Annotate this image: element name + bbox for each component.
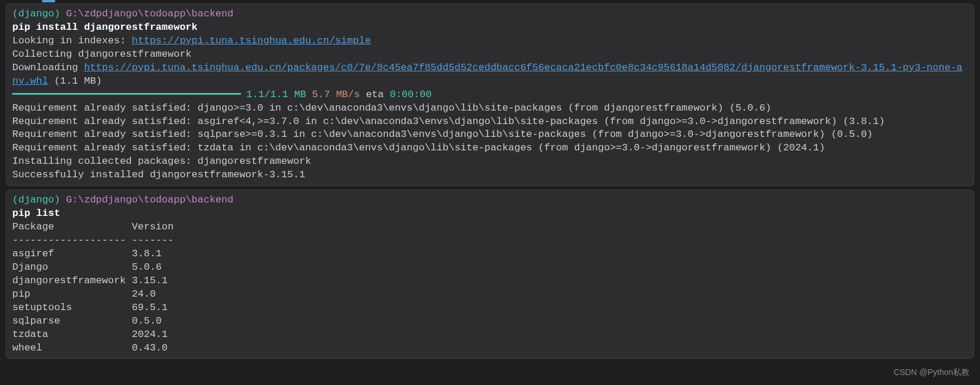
tab-active-indicator bbox=[42, 0, 55, 2]
prompt-path: G:\zdpdjango\todoapp\backend bbox=[66, 194, 234, 205]
output-looking-indexes: Looking in indexes: https://pypi.tuna.ts… bbox=[12, 35, 968, 48]
output-installing: Installing collected packages: djangores… bbox=[12, 155, 968, 169]
terminal-block-install[interactable]: (django) G:\zdpdjango\todoapp\backend pi… bbox=[6, 4, 974, 186]
output-requirement: Requirement already satisfied: django>=3… bbox=[12, 102, 968, 115]
output-downloading: Downloading https://pypi.tuna.tsinghua.e… bbox=[12, 61, 968, 88]
table-row: Django 5.0.6 bbox=[12, 262, 162, 273]
command-line: pip list bbox=[12, 207, 968, 221]
prompt-line: (django) G:\zdpdjango\todoapp\backend bbox=[12, 194, 968, 207]
index-url-link[interactable]: https://pypi.tuna.tsinghua.edu.cn/simple bbox=[132, 35, 371, 46]
table-row: wheel 0.43.0 bbox=[12, 342, 168, 353]
output-success: Successfully installed djangorestframewo… bbox=[12, 169, 968, 182]
command-line: pip install djangorestframework bbox=[12, 21, 968, 35]
progress-size: 1.1/1.1 MB bbox=[240, 89, 306, 100]
progress-bar: ━━━━━━━━━━━━━━━━━━━━━━━━━━━━━━━━━━━━━━━━ bbox=[12, 89, 240, 100]
output-collecting: Collecting djangorestframework bbox=[12, 48, 968, 61]
command-text: pip list bbox=[12, 208, 60, 219]
prompt-path: G:\zdpdjango\todoapp\backend bbox=[66, 8, 234, 19]
eta-label: eta bbox=[360, 89, 390, 100]
output-requirement: Requirement already satisfied: asgiref<4… bbox=[12, 115, 968, 129]
terminal-block-list[interactable]: (django) G:\zdpdjango\todoapp\backend pi… bbox=[6, 190, 974, 359]
table-row: setuptools 69.5.1 bbox=[12, 302, 168, 313]
table-divider: ------------------- ------- bbox=[12, 235, 173, 246]
eta-time: 0:00:00 bbox=[390, 89, 431, 100]
table-row: pip 24.0 bbox=[12, 288, 156, 300]
command-text: pip install djangorestframework bbox=[12, 22, 197, 33]
table-header: Package Version bbox=[12, 221, 173, 232]
prompt-line: (django) G:\zdpdjango\todoapp\backend bbox=[12, 8, 968, 21]
package-table: Package Version ------------------- ----… bbox=[12, 221, 968, 355]
table-row: sqlparse 0.5.0 bbox=[12, 315, 162, 326]
prompt-env: (django) bbox=[12, 194, 60, 205]
table-row: tzdata 2024.1 bbox=[12, 329, 168, 340]
progress-line: ━━━━━━━━━━━━━━━━━━━━━━━━━━━━━━━━━━━━━━━━… bbox=[12, 88, 968, 102]
output-requirement: Requirement already satisfied: tzdata in… bbox=[12, 142, 968, 155]
output-requirement: Requirement already satisfied: sqlparse>… bbox=[12, 128, 968, 142]
prompt-env: (django) bbox=[12, 8, 60, 19]
table-row: asgiref 3.8.1 bbox=[12, 248, 162, 259]
progress-speed: 5.7 MB/s bbox=[306, 89, 360, 100]
table-row: djangorestframework 3.15.1 bbox=[12, 275, 168, 286]
download-url-link[interactable]: https://pypi.tuna.tsinghua.edu.cn/packag… bbox=[12, 62, 962, 87]
